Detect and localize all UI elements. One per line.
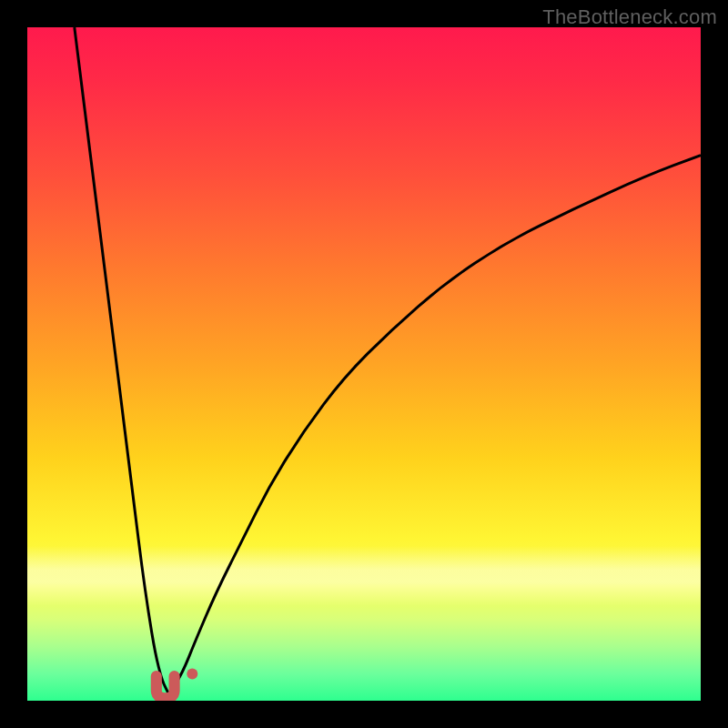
dot-marker-icon (187, 668, 197, 679)
attribution-label: TheBottleneck.com (542, 5, 717, 29)
curve-left-branch (75, 27, 169, 694)
plot-area (27, 27, 701, 701)
outer-frame: TheBottleneck.com (0, 0, 728, 728)
curve-layer (27, 27, 701, 701)
curve-right-branch (168, 156, 701, 694)
